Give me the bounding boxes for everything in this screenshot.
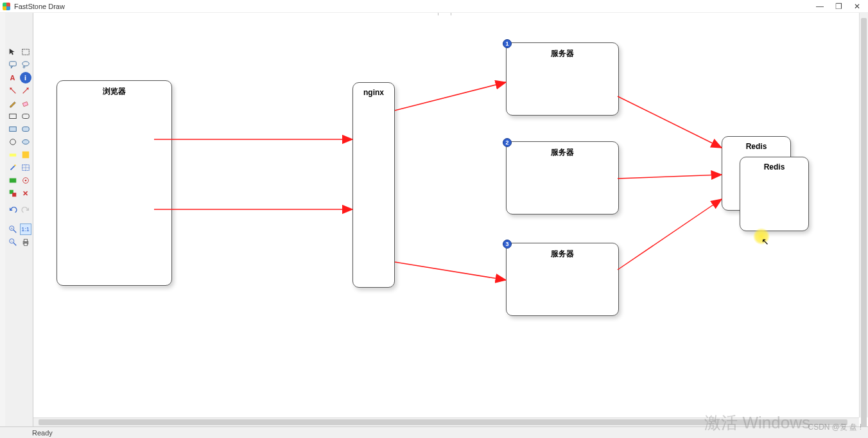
zoom-out-button[interactable]: − [7, 236, 19, 248]
shape-server-3[interactable]: 3 服务器 [506, 243, 619, 316]
arrow-right-tool[interactable] [20, 85, 31, 96]
target-tool[interactable] [20, 175, 31, 186]
svg-rect-14 [22, 152, 29, 159]
left-gutter [0, 13, 5, 426]
shape-browser[interactable]: 浏览器 [56, 80, 172, 286]
rect-select-tool[interactable] [20, 46, 31, 58]
svg-rect-30 [24, 240, 27, 242]
window-controls: — ❐ ✕ [816, 2, 865, 11]
rrect-tool[interactable] [20, 123, 31, 135]
thought-bubble-tool[interactable] [20, 59, 31, 71]
svg-line-36 [618, 96, 722, 148]
stamp-tool[interactable] [7, 175, 19, 186]
svg-line-15 [10, 166, 15, 170]
canvas-wrap: 浏览器 nginx 1 服务器 2 服务器 3 服务器 Redis Redis [33, 13, 868, 426]
zoom-in-button[interactable]: + [7, 223, 19, 235]
shape-label: 服务器 [551, 49, 574, 58]
ruler-marks [33, 13, 859, 15]
line-rect-tool[interactable] [7, 110, 19, 122]
svg-line-27 [13, 243, 15, 245]
ellipse-tool[interactable] [20, 136, 31, 148]
svg-rect-0 [22, 49, 29, 55]
workspace: A i ✕ + 1:1 [0, 13, 868, 426]
select-tool[interactable] [7, 46, 19, 58]
shape-label: Redis [746, 142, 767, 151]
svg-rect-9 [9, 127, 16, 132]
highlighter-tool[interactable] [7, 149, 19, 161]
app-logo [3, 3, 10, 10]
svg-rect-10 [22, 127, 29, 132]
shape-nginx[interactable]: nginx [352, 82, 395, 288]
rect-tool[interactable] [7, 123, 19, 135]
cursor-icon: ↖ [761, 236, 769, 247]
speech-bubble-tool[interactable] [7, 59, 19, 71]
statusbar: Ready [0, 426, 868, 438]
svg-line-35 [395, 262, 506, 280]
svg-text:+: + [10, 226, 12, 230]
shape-server-1[interactable]: 1 服务器 [506, 42, 619, 116]
minimize-button[interactable]: — [816, 2, 824, 11]
svg-point-20 [24, 180, 26, 182]
magic-wand-tool[interactable] [7, 162, 19, 173]
shape-label: nginx [363, 88, 384, 97]
svg-point-16 [14, 164, 16, 166]
shape-label: 浏览器 [103, 87, 126, 96]
badge-1: 1 [503, 39, 512, 48]
shape-label: Redis [764, 162, 785, 171]
vertical-scrollbar[interactable] [859, 13, 868, 417]
status-text: Ready [32, 429, 53, 437]
fill-tool[interactable] [20, 149, 31, 161]
pencil-tool[interactable] [7, 98, 19, 109]
line-rrect-tool[interactable] [20, 110, 31, 122]
color-swap-tool[interactable] [7, 188, 19, 199]
circle-tool[interactable] [7, 136, 19, 148]
svg-line-38 [618, 199, 722, 270]
canvas[interactable]: 浏览器 nginx 1 服务器 2 服务器 3 服务器 Redis Redis [33, 13, 859, 417]
svg-rect-6 [22, 101, 28, 106]
svg-rect-1 [9, 62, 16, 66]
svg-point-3 [23, 66, 25, 68]
zoom-actual-button[interactable]: 1:1 [20, 223, 31, 235]
svg-rect-22 [12, 193, 16, 197]
svg-point-11 [10, 139, 15, 145]
svg-rect-7 [9, 114, 16, 119]
svg-rect-18 [9, 179, 16, 183]
shape-server-2[interactable]: 2 服务器 [506, 141, 619, 215]
svg-text:−: − [10, 239, 12, 243]
info-tool[interactable]: i [20, 72, 31, 83]
close-button[interactable]: ✕ [854, 2, 860, 11]
svg-line-34 [395, 82, 506, 110]
delete-tool[interactable]: ✕ [20, 188, 31, 199]
undo-button[interactable] [7, 206, 19, 217]
eraser-tool[interactable] [20, 98, 31, 109]
redo-button[interactable] [20, 206, 31, 217]
svg-line-37 [618, 175, 722, 179]
shape-redis-2[interactable]: Redis [740, 157, 809, 231]
svg-rect-31 [24, 243, 27, 246]
select-rect-tool[interactable] [20, 162, 31, 173]
shape-label: 服务器 [551, 249, 574, 258]
horizontal-scrollbar[interactable] [33, 417, 859, 426]
text-tool[interactable]: A [7, 72, 19, 83]
arrow-left-tool[interactable] [7, 85, 19, 96]
svg-rect-13 [9, 153, 16, 156]
badge-3: 3 [503, 240, 512, 249]
titlebar: FastStone Draw — ❐ ✕ [0, 0, 868, 13]
svg-point-2 [22, 62, 29, 66]
svg-rect-8 [22, 114, 29, 119]
svg-line-24 [13, 230, 15, 232]
badge-2: 2 [503, 138, 512, 147]
shape-label: 服务器 [551, 148, 574, 157]
maximize-button[interactable]: ❐ [835, 2, 842, 11]
print-button[interactable] [20, 236, 31, 248]
app-title: FastStone Draw [14, 3, 65, 10]
toolbox: A i ✕ + 1:1 [5, 13, 33, 426]
svg-point-12 [22, 140, 29, 145]
